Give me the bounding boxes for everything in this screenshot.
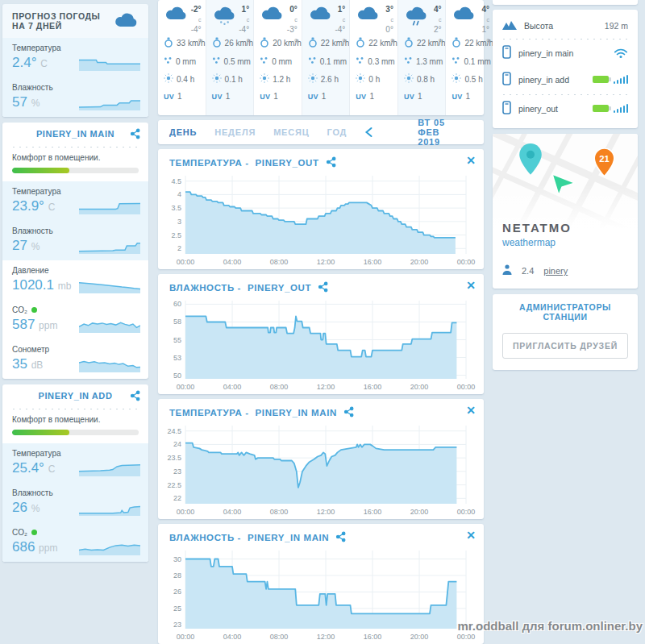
share-icon[interactable]: [318, 281, 328, 294]
tab-day[interactable]: ДЕНЬ: [169, 127, 197, 137]
sun-icon: [404, 73, 414, 85]
administrators-card: АДМИНИСТРАТОРЫ СТАНЦИИ ПРИГЛАСИТЬ ДРУЗЕЙ: [493, 294, 638, 370]
tab-month[interactable]: МЕСЯЦ: [273, 127, 309, 137]
owner-station-link[interactable]: pinery: [543, 266, 568, 276]
weathermap-link[interactable]: weathermap: [502, 237, 628, 248]
metric-unit: mb: [58, 280, 72, 292]
chart-station-name: PINERY_OUT: [248, 283, 311, 293]
metric-row[interactable]: Сонометр 35 dB: [2, 339, 148, 379]
sun-icon: [308, 73, 318, 85]
metric-unit: C: [40, 58, 48, 69]
svg-text:53: 53: [173, 354, 181, 362]
signal-bars-icon: [614, 75, 629, 84]
temp-unit: c: [343, 17, 346, 23]
station-card-pinery-in-main: PINERY_IN MAIN Комфорт в помещении. Темп…: [2, 123, 148, 379]
precipitation-icon: [164, 56, 173, 66]
svg-text:30: 30: [173, 555, 181, 563]
svg-text:24: 24: [173, 440, 181, 448]
tab-year[interactable]: ГОД: [327, 127, 347, 137]
day-wind: 22 km/h: [368, 39, 397, 48]
forecast-day-column[interactable]: 4° c 2° c 22 km/h 1.3 mm 0.8 h UV1: [397, 0, 446, 115]
svg-text:12:00: 12:00: [317, 508, 335, 516]
metric-value: 26: [12, 500, 27, 515]
module-row[interactable]: pinery_in main: [493, 39, 638, 66]
metric-unit: C: [48, 463, 56, 475]
svg-text:25: 25: [173, 605, 181, 613]
day-low-temp: 2°: [434, 25, 442, 34]
orange-station-pin-icon[interactable]: 21: [593, 148, 615, 181]
wifi-icon: [614, 48, 628, 59]
share-icon[interactable]: [335, 531, 346, 544]
wind-gauge-icon: [260, 37, 269, 49]
forecast-day-column[interactable]: 4° c 1° c 22 km/h 0.1 mm 0.5 h UV1: [445, 0, 493, 115]
metric-unit: ppm: [39, 320, 57, 331]
svg-text:20:00: 20:00: [410, 383, 429, 391]
module-row[interactable]: pinery_in add: [493, 66, 638, 93]
metric-value: 2.4°: [12, 55, 36, 70]
metric-row[interactable]: Влажность 57 %: [2, 77, 148, 117]
forecast-day-column[interactable]: -2° c -4° c 33 km/h 0 mm 0.4 h UV1: [158, 0, 206, 115]
comfort-bar-fill: [12, 430, 69, 435]
metric-row[interactable]: Влажность 27 %: [2, 221, 148, 260]
chart-metric-title: ТЕМПЕРАТУРА -: [169, 408, 249, 418]
chart-plot-area: 302826252300:0004:0008:0012:0016:0020:00…: [163, 546, 479, 642]
forecast-day-column[interactable]: 1° c -4° c 22 km/h 0.1 mm 2.6 h UV1: [302, 0, 350, 115]
forecast-day-column[interactable]: 3° c 0° c 22 km/h 0.3 mm 0 h UV1: [349, 0, 397, 115]
svg-text:55: 55: [173, 336, 181, 344]
metric-unit: %: [31, 241, 40, 252]
teal-location-pin-icon[interactable]: [518, 143, 543, 179]
module-row[interactable]: pinery_out: [493, 95, 638, 122]
svg-text:16:00: 16:00: [364, 633, 382, 641]
sun-icon: [452, 73, 461, 85]
person-icon: [502, 264, 512, 277]
svg-text:20:00: 20:00: [410, 258, 429, 266]
temp-unit: c: [247, 17, 250, 23]
share-icon[interactable]: [343, 406, 354, 419]
svg-text:28: 28: [173, 571, 181, 580]
close-icon[interactable]: ✕: [466, 156, 476, 165]
day-uv-value: 1: [418, 92, 422, 101]
tab-week[interactable]: НЕДЕЛЯ: [214, 127, 256, 137]
metric-row[interactable]: Температура 25.4° C: [2, 443, 148, 483]
day-uv-value: 1: [369, 92, 374, 101]
close-icon[interactable]: ✕: [466, 405, 476, 415]
sun-icon: [164, 73, 173, 85]
svg-text:08:00: 08:00: [270, 258, 289, 266]
metric-label: Влажность: [12, 488, 53, 497]
day-sun-hours: 0.4 h: [177, 75, 194, 84]
metric-row[interactable]: Давление 1020.1 mb: [2, 260, 148, 300]
svg-text:2.5: 2.5: [171, 231, 181, 239]
svg-text:2: 2: [177, 244, 181, 252]
metric-sparkline: [79, 236, 140, 254]
metric-value: 57: [12, 94, 27, 110]
metric-row[interactable]: Температура 23.9° C: [2, 181, 148, 221]
forecast-day-column[interactable]: 0° c -3° c 20 km/h 0 mm 1.2 h UV1: [253, 0, 302, 115]
share-icon[interactable]: [130, 128, 140, 141]
metric-row[interactable]: CO₂ 686 ppm: [2, 522, 148, 562]
metric-row[interactable]: CO₂ 587 ppm: [2, 300, 148, 339]
share-icon[interactable]: [130, 390, 140, 403]
metric-label: Температура: [12, 44, 61, 52]
wind-gauge-icon: [164, 37, 173, 49]
svg-text:16:00: 16:00: [364, 383, 382, 391]
invite-friends-button[interactable]: ПРИГЛАСИТЬ ДРУЗЕЙ: [502, 333, 628, 359]
metric-row[interactable]: Влажность 26 %: [2, 483, 148, 522]
prev-day-chevron-icon[interactable]: [364, 127, 373, 138]
uv-label: UV: [260, 93, 270, 101]
day-low-temp: 0°: [385, 25, 393, 34]
metric-label: Влажность: [12, 83, 53, 92]
metric-row[interactable]: Температура 2.4° C: [2, 38, 148, 77]
svg-text:23: 23: [173, 621, 181, 629]
day-sun-hours: 0 h: [368, 75, 380, 84]
map-preview[interactable]: 21: [493, 134, 638, 229]
watermark-text: mr.oddball для forum.onliner.by: [458, 619, 643, 633]
comfort-label: Комфорт в помещении.: [12, 153, 139, 162]
current-date[interactable]: ВТ 05 ФЕВ 2019: [418, 118, 452, 147]
svg-text:00:00: 00:00: [177, 258, 195, 266]
day-uv-value: 1: [273, 92, 278, 101]
metric-unit: C: [48, 202, 56, 213]
share-icon[interactable]: [326, 156, 336, 169]
close-icon[interactable]: ✕: [466, 280, 476, 290]
forecast-day-column[interactable]: 1° c -4° c 26 km/h 0.5 mm 0.1 h UV1: [206, 0, 254, 115]
close-icon[interactable]: ✕: [466, 530, 476, 540]
